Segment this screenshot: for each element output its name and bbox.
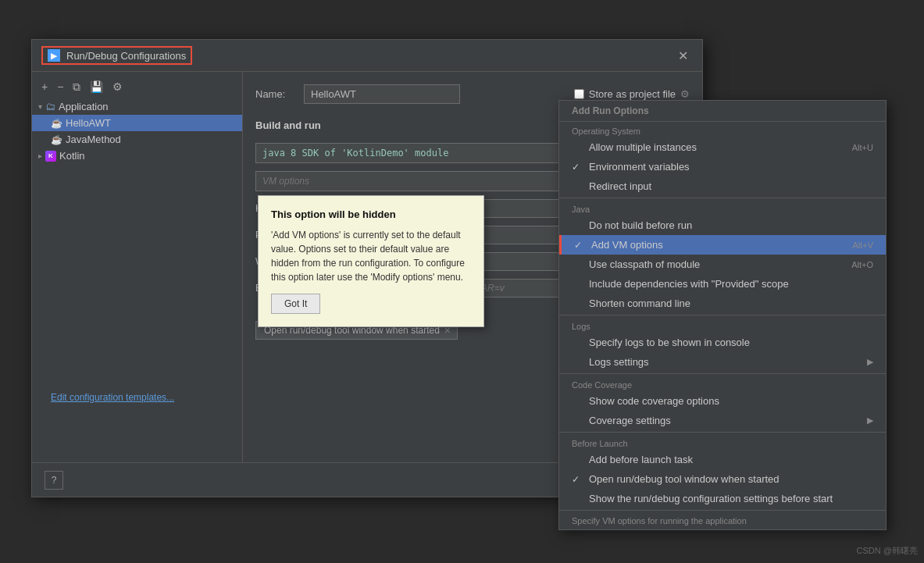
use-classpath-shortcut: Alt+O <box>851 260 873 269</box>
shorten-cmd-label: Shorten command line <box>589 298 690 309</box>
tooltip-popup: This option will be hidden 'Add VM optio… <box>258 195 484 327</box>
divider-5 <box>559 510 886 511</box>
name-label: Name: <box>255 88 294 100</box>
menu-item-use-classpath[interactable]: Use classpath of module Alt+O <box>559 255 886 274</box>
menu-item-add-vm[interactable]: ✓ Add VM options Alt+V <box>559 235 886 255</box>
save-config-button[interactable]: 💾 <box>87 80 106 94</box>
menu-item-env-variables[interactable]: ✓ Environment variables <box>559 157 886 176</box>
menu-item-no-build[interactable]: Do not build before run <box>559 216 886 235</box>
dialog-icon: ▶ <box>48 49 60 62</box>
dropdown-header: Add Run Options <box>559 101 886 122</box>
redirect-input-label: Redirect input <box>589 180 651 192</box>
use-classpath-label: Use classpath of module <box>589 258 700 270</box>
dialog-title-highlighted: ▶ Run/Debug Configurations <box>41 46 192 65</box>
build-run-title: Build and run <box>255 119 321 131</box>
logs-section: Logs <box>559 317 886 333</box>
tree-item-javamethod[interactable]: ☕ JavaMethod <box>32 131 242 148</box>
store-project-label: Store as project file <box>589 88 676 100</box>
allow-multiple-label: Allow multiple instances <box>589 141 697 153</box>
menu-item-include-deps[interactable]: Include dependencies with "Provided" sco… <box>559 274 886 294</box>
dialog-title: Run/Debug Configurations <box>66 50 186 62</box>
logs-settings-arrow-icon: ▶ <box>867 357 873 367</box>
menu-item-show-run-config[interactable]: Show the run/debug configuration setting… <box>559 489 886 508</box>
got-it-button[interactable]: Got It <box>271 294 320 314</box>
env-variables-label: Environment variables <box>589 161 690 173</box>
gear-icon: ⚙ <box>680 88 690 100</box>
tree-helloawt-label: HelloAWT <box>66 117 111 129</box>
specify-logs-label: Specify logs to be shown in console <box>589 337 750 348</box>
operating-system-section: Operating System <box>559 122 886 137</box>
before-launch-section: Before Launch <box>559 434 886 450</box>
menu-item-logs-settings[interactable]: Logs settings ▶ <box>559 352 886 372</box>
kotlin-icon: K <box>45 151 56 162</box>
tooltip-body: 'Add VM options' is currently set to the… <box>271 228 471 284</box>
store-project-checkbox[interactable] <box>574 89 584 99</box>
chevron-right-icon: ▸ <box>38 151 42 160</box>
tooltip-title: This option will be hidden <box>271 208 471 220</box>
env-variables-check: ✓ <box>572 162 583 173</box>
copy-config-button[interactable]: ⧉ <box>70 80 84 94</box>
menu-item-shorten-cmd[interactable]: Shorten command line <box>559 294 886 313</box>
allow-multiple-shortcut: Alt+U <box>852 143 873 152</box>
menu-item-redirect-input[interactable]: Redirect input <box>559 176 886 196</box>
tree-group-kotlin[interactable]: ▸ K Kotlin <box>32 148 242 164</box>
folder-icon: 🗂 <box>45 101 55 112</box>
tree-kotlin-label: Kotlin <box>59 150 85 162</box>
divider-1 <box>559 198 886 198</box>
dropdown-footer-hint: Specify VM options for running the appli… <box>559 512 886 529</box>
menu-item-open-debug-before[interactable]: ✓ Open run/debug tool window when starte… <box>559 469 886 489</box>
watermark: CSDN @韩曙亮 <box>857 545 918 557</box>
menu-item-specify-logs[interactable]: Specify logs to be shown in console <box>559 333 886 352</box>
java-icon: ☕ <box>51 118 62 129</box>
add-run-options-dropdown: Add Run Options Operating System Allow m… <box>558 100 887 530</box>
add-vm-shortcut: Alt+V <box>852 241 873 250</box>
include-deps-label: Include dependencies with "Provided" sco… <box>589 278 789 290</box>
remove-config-button[interactable]: − <box>54 80 66 94</box>
close-button[interactable]: ✕ <box>673 47 693 65</box>
logs-settings-label: Logs settings <box>589 356 649 368</box>
coverage-settings-arrow-icon: ▶ <box>867 415 873 426</box>
show-run-config-label: Show the run/debug configuration setting… <box>589 493 833 504</box>
show-coverage-label: Show code coverage options <box>589 395 719 407</box>
left-panel: + − ⧉ 💾 ⚙ ▾ 🗂 Application ☕ HelloAWT ☕ J… <box>32 72 243 462</box>
settings-config-button[interactable]: ⚙ <box>109 80 126 94</box>
divider-3 <box>559 373 886 374</box>
add-vm-check: ✓ <box>574 240 585 251</box>
divider-4 <box>559 432 886 433</box>
no-build-label: Do not build before run <box>589 219 692 231</box>
sdk-text: java 8 SDK of 'KotlinDemo' module <box>262 148 448 159</box>
tree-group-application[interactable]: ▾ 🗂 Application <box>32 98 242 115</box>
tree-application-label: Application <box>59 101 109 112</box>
tree-item-helloawt[interactable]: ☕ HelloAWT <box>32 115 242 131</box>
store-project-row: Store as project file ⚙ <box>574 88 690 100</box>
java-icon-2: ☕ <box>51 134 62 145</box>
menu-item-coverage-settings[interactable]: Coverage settings ▶ <box>559 411 886 430</box>
add-vm-label: Add VM options <box>591 239 663 251</box>
tree-javamethod-label: JavaMethod <box>66 134 121 145</box>
open-debug-before-check: ✓ <box>572 474 583 485</box>
help-button[interactable]: ? <box>45 471 63 490</box>
chevron-down-icon: ▾ <box>38 102 42 111</box>
code-coverage-section: Code Coverage <box>559 376 886 391</box>
add-before-launch-label: Add before launch task <box>589 454 693 465</box>
open-debug-before-label: Open run/debug tool window when started <box>589 473 780 485</box>
name-input[interactable] <box>304 84 460 104</box>
java-section: Java <box>559 200 886 216</box>
edit-templates-link[interactable]: Edit configuration templates... <box>41 386 233 409</box>
coverage-settings-label: Coverage settings <box>589 415 671 426</box>
add-config-button[interactable]: + <box>38 80 51 94</box>
menu-item-allow-multiple[interactable]: Allow multiple instances Alt+U <box>559 137 886 157</box>
menu-item-add-before-launch[interactable]: Add before launch task <box>559 450 886 469</box>
toolbar-row: + − ⧉ 💾 ⚙ <box>32 78 242 95</box>
menu-item-show-coverage[interactable]: Show code coverage options <box>559 391 886 411</box>
dialog-titlebar: ▶ Run/Debug Configurations ✕ <box>32 40 702 72</box>
divider-2 <box>559 315 886 315</box>
